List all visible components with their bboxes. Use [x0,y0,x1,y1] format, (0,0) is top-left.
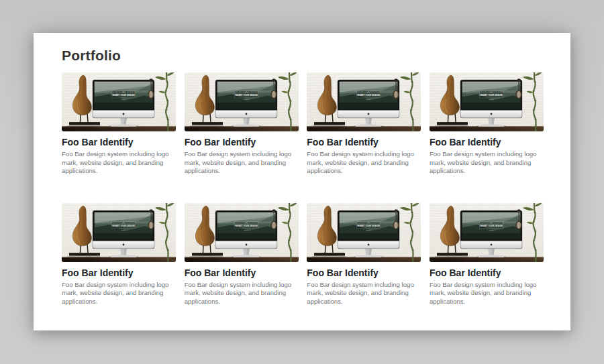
thumbnail-illustration: INSERT YOUR DESIGN [62,72,176,131]
thumbnail-illustration: INSERT YOUR DESIGN [185,203,299,262]
portfolio-item: INSERT YOUR DESIGN Foo Bar Identify Foo … [430,203,544,306]
apple-logo-icon [491,113,493,115]
portfolio-item: INSERT YOUR DESIGN Foo Bar Identify Foo … [430,72,544,176]
page-title: Portfolio [62,47,544,64]
portfolio-item: INSERT YOUR DESIGN Foo Bar Identify Foo … [62,72,176,176]
portfolio-item: INSERT YOUR DESIGN Foo Bar Identify Foo … [62,203,176,306]
apple-logo-icon [368,113,370,115]
screen-wallpaper: INSERT YOUR DESIGN [462,82,520,109]
portfolio-item-description: Foo Bar design system including logo mar… [185,281,299,306]
portfolio-item: INSERT YOUR DESIGN Foo Bar Identify Foo … [185,203,299,306]
portfolio-item-title: Foo Bar Identify [307,267,421,279]
portfolio-item-title: Foo Bar Identify [307,136,421,148]
portfolio-item-description: Foo Bar design system including logo mar… [430,281,544,306]
portfolio-grid: INSERT YOUR DESIGN Foo Bar Identify Foo … [62,72,544,306]
portfolio-item-title: Foo Bar Identify [430,136,544,148]
portfolio-thumbnail[interactable]: INSERT YOUR DESIGN [430,72,544,131]
portfolio-item-description: Foo Bar design system including logo mar… [62,281,176,306]
portfolio-thumbnail[interactable]: INSERT YOUR DESIGN [185,203,299,262]
portfolio-item-description: Foo Bar design system including logo mar… [185,150,299,176]
portfolio-thumbnail[interactable]: INSERT YOUR DESIGN [62,72,176,131]
apple-logo-icon [491,243,493,245]
portfolio-thumbnail[interactable]: INSERT YOUR DESIGN [307,203,421,262]
screen-caption: INSERT YOUR DESIGN [112,225,134,227]
thumbnail-illustration: INSERT YOUR DESIGN [430,72,544,131]
screen-wallpaper: INSERT YOUR DESIGN [462,212,520,239]
screen-caption: INSERT YOUR DESIGN [235,94,257,97]
apple-logo-icon [245,243,247,245]
portfolio-item: INSERT YOUR DESIGN Foo Bar Identify Foo … [307,72,421,176]
portfolio-item: INSERT YOUR DESIGN Foo Bar Identify Foo … [307,203,421,306]
apple-logo-icon [245,113,247,115]
screen-wallpaper: INSERT YOUR DESIGN [340,212,398,239]
screen-caption: INSERT YOUR DESIGN [480,225,502,227]
screen-caption: INSERT YOUR DESIGN [480,94,502,97]
thumbnail-illustration: INSERT YOUR DESIGN [430,203,544,262]
apple-logo-icon [123,243,125,245]
screen-caption: INSERT YOUR DESIGN [235,225,257,227]
portfolio-item-title: Foo Bar Identify [62,136,176,148]
apple-logo-icon [123,113,125,115]
screen-wallpaper: INSERT YOUR DESIGN [95,212,153,239]
thumbnail-illustration: INSERT YOUR DESIGN [185,72,299,131]
thumbnail-illustration: INSERT YOUR DESIGN [307,203,421,262]
screen-caption: INSERT YOUR DESIGN [358,94,380,97]
portfolio-thumbnail[interactable]: INSERT YOUR DESIGN [62,203,176,262]
portfolio-item-title: Foo Bar Identify [430,267,544,279]
screen-wallpaper: INSERT YOUR DESIGN [340,82,398,109]
portfolio-item-title: Foo Bar Identify [185,267,299,279]
screen-wallpaper: INSERT YOUR DESIGN [95,82,153,109]
portfolio-item: INSERT YOUR DESIGN Foo Bar Identify Foo … [185,72,299,176]
portfolio-item-description: Foo Bar design system including logo mar… [307,150,421,176]
apple-logo-icon [368,243,370,245]
portfolio-item-description: Foo Bar design system including logo mar… [307,281,421,306]
portfolio-item-title: Foo Bar Identify [185,136,299,148]
screen-caption: INSERT YOUR DESIGN [358,225,380,227]
content-card: Portfolio [34,33,570,330]
portfolio-item-title: Foo Bar Identify [62,267,176,279]
thumbnail-illustration: INSERT YOUR DESIGN [307,72,421,131]
thumbnail-illustration: INSERT YOUR DESIGN [62,203,176,262]
screen-wallpaper: INSERT YOUR DESIGN [217,212,275,239]
portfolio-item-description: Foo Bar design system including logo mar… [430,150,544,176]
portfolio-thumbnail[interactable]: INSERT YOUR DESIGN [430,203,544,262]
portfolio-thumbnail[interactable]: INSERT YOUR DESIGN [185,72,299,131]
portfolio-item-description: Foo Bar design system including logo mar… [62,150,176,176]
screen-wallpaper: INSERT YOUR DESIGN [217,82,275,109]
portfolio-thumbnail[interactable]: INSERT YOUR DESIGN [307,72,421,131]
screen-caption: INSERT YOUR DESIGN [112,94,134,97]
